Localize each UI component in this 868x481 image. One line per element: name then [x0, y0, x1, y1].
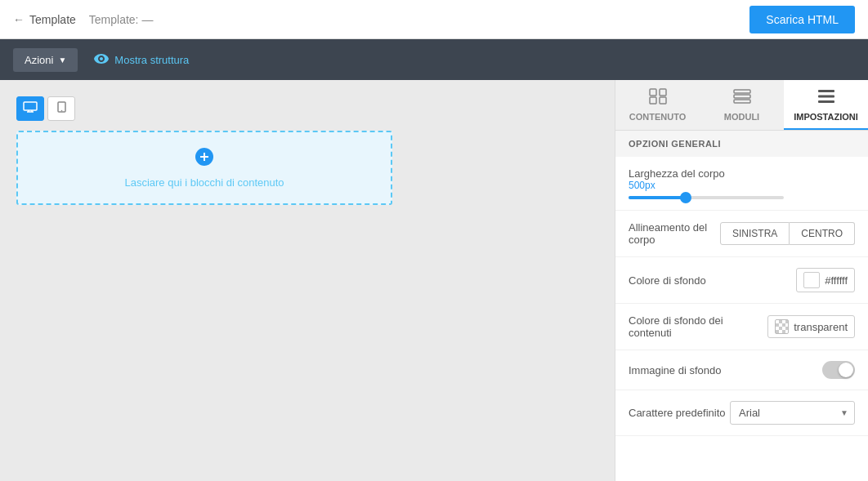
right-panel: CONTENUTO MODULI — [615, 80, 868, 481]
back-label: Template — [29, 13, 76, 26]
larghezza-value: 500px — [629, 180, 784, 191]
option-allineamento: Allineamento del corpo SINISTRA CENTRO — [615, 211, 868, 257]
tablet-view-button[interactable] — [47, 96, 75, 121]
carattere-select-wrapper: Arial Helvetica Times New Roman Georgia … — [730, 401, 855, 425]
colore-sfondo-label: Colore di sfondo — [629, 274, 706, 287]
svg-rect-14 — [734, 95, 750, 98]
top-bar: ← Template Template: — Scarica HTML — [0, 0, 868, 39]
svg-rect-18 — [818, 100, 834, 103]
colore-sfondo-contenuti-input[interactable]: transparent — [767, 315, 855, 338]
colore-sfondo-input[interactable]: #ffffff — [796, 268, 855, 292]
azioni-button[interactable]: Azioni ▼ — [13, 48, 78, 72]
tab-impostazioni[interactable]: IMPOSTAZIONI — [784, 80, 868, 130]
azioni-label: Azioni — [25, 54, 53, 66]
svg-rect-12 — [660, 97, 666, 104]
panel-content: OPZIONI GENERALI Larghezza del corpo 500… — [615, 131, 868, 481]
contenuto-tab-label: CONTENUTO — [629, 112, 686, 122]
section-header: OPZIONI GENERALI — [615, 131, 868, 157]
canvas-content: Lasciare qui i blocchi di contenuto — [16, 131, 598, 465]
desktop-icon — [23, 101, 38, 116]
device-switcher — [16, 96, 598, 121]
moduli-tab-label: MODULI — [724, 112, 759, 122]
transparent-swatch[interactable] — [775, 319, 789, 334]
svg-rect-11 — [650, 97, 656, 104]
drop-zone-icon — [195, 147, 214, 171]
option-larghezza: Larghezza del corpo 500px — [615, 157, 868, 211]
colore-sfondo-swatch[interactable] — [803, 272, 820, 288]
svg-point-5 — [60, 110, 62, 112]
larghezza-slider-container: 500px — [629, 180, 784, 199]
immagine-sfondo-label: Immagine di sfondo — [629, 364, 721, 376]
template-label: Template: — — [89, 13, 154, 26]
slider-thumb[interactable] — [680, 192, 691, 203]
back-arrow-icon: ← — [13, 13, 25, 26]
svg-rect-13 — [734, 90, 750, 93]
option-colore-sfondo-contenuti: Colore di sfondo dei contenuti transpare… — [615, 304, 868, 350]
main-layout: Lasciare qui i blocchi di contenuto CONT… — [0, 80, 868, 481]
larghezza-slider-track[interactable] — [629, 196, 784, 199]
back-link[interactable]: ← Template — [13, 13, 76, 26]
canvas-area: Lasciare qui i blocchi di contenuto — [0, 80, 615, 481]
larghezza-label: Larghezza del corpo — [629, 167, 784, 180]
align-centro-button[interactable]: CENTRO — [790, 222, 855, 245]
svg-rect-15 — [734, 100, 750, 103]
impostazioni-tab-label: IMPOSTAZIONI — [794, 112, 858, 122]
align-buttons: SINISTRA CENTRO — [720, 222, 855, 245]
azioni-chevron-icon: ▼ — [58, 56, 66, 65]
carattere-select[interactable]: Arial Helvetica Times New Roman Georgia … — [730, 401, 855, 425]
mostra-struttura-label: Mostra struttura — [114, 54, 189, 66]
svg-rect-10 — [660, 89, 666, 96]
tab-moduli[interactable]: MODULI — [700, 80, 784, 130]
slider-fill — [629, 196, 686, 199]
option-immagine-sfondo: Immagine di sfondo — [615, 350, 868, 390]
tab-contenuto[interactable]: CONTENUTO — [615, 80, 700, 130]
option-carattere-predefinito: Carattere predefinito Arial Helvetica Ti… — [615, 390, 868, 436]
contenuto-tab-icon — [649, 88, 667, 109]
top-bar-left: ← Template Template: — — [13, 13, 153, 26]
colore-sfondo-value: #ffffff — [825, 274, 848, 287]
eye-icon — [94, 54, 109, 66]
panel-tabs: CONTENUTO MODULI — [615, 80, 868, 131]
scarica-html-button[interactable]: Scarica HTML — [749, 6, 855, 33]
svg-rect-16 — [818, 90, 834, 92]
svg-rect-17 — [818, 96, 834, 98]
option-colore-sfondo: Colore di sfondo #ffffff — [615, 257, 868, 304]
impostazioni-tab-icon — [817, 88, 835, 109]
drop-zone-label: Lasciare qui i blocchi di contenuto — [124, 176, 284, 189]
allineamento-label: Allineamento del corpo — [629, 221, 720, 246]
toolbar: Azioni ▼ Mostra struttura — [0, 39, 868, 80]
colore-sfondo-contenuti-label: Colore di sfondo dei contenuti — [629, 314, 767, 339]
carattere-predefinito-label: Carattere predefinito — [629, 407, 726, 419]
desktop-view-button[interactable] — [16, 96, 44, 121]
svg-rect-0 — [24, 102, 37, 110]
mostra-struttura-toggle[interactable]: Mostra struttura — [94, 54, 189, 66]
svg-rect-9 — [650, 89, 656, 96]
tablet-icon — [57, 101, 66, 116]
drop-zone[interactable]: Lasciare qui i blocchi di contenuto — [16, 131, 392, 205]
colore-sfondo-contenuti-value: transparent — [794, 321, 848, 333]
immagine-sfondo-toggle[interactable] — [822, 361, 855, 379]
moduli-tab-icon — [733, 88, 751, 109]
align-sinistra-button[interactable]: SINISTRA — [720, 222, 790, 245]
